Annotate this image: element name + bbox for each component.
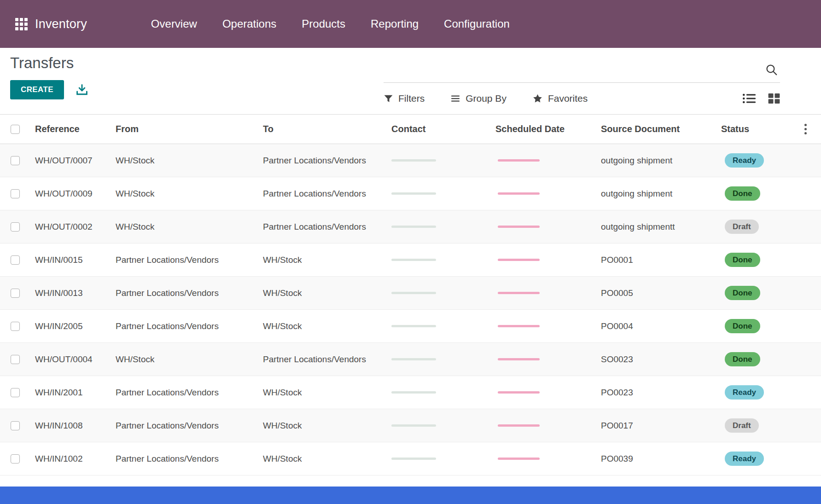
menu-overview[interactable]: Overview [151, 17, 197, 30]
star-icon [532, 93, 543, 104]
row-checkbox[interactable] [11, 189, 20, 198]
to-cell: Partner Locations/Vendors [263, 210, 391, 243]
row-checkbox[interactable] [11, 388, 20, 397]
table-row[interactable]: WH/IN/2005 Partner Locations/Vendors WH/… [0, 310, 821, 343]
reference-cell: WH/IN/0013 [35, 277, 116, 310]
group-by-button[interactable]: Group By [450, 93, 507, 104]
filters-button[interactable]: Filters [384, 93, 425, 104]
kanban-view-button[interactable] [768, 93, 780, 104]
menu-products[interactable]: Products [302, 17, 345, 30]
reference-cell: WH/IN/2001 [35, 376, 116, 409]
row-select-cell [0, 243, 35, 277]
contact-redacted-bar [391, 458, 436, 460]
row-checkbox[interactable] [11, 322, 20, 331]
to-cell: WH/Stock [263, 409, 391, 442]
optional-columns-icon[interactable] [798, 122, 813, 137]
menu-operations[interactable]: Operations [222, 17, 276, 30]
table-row[interactable]: WH/IN/2001 Partner Locations/Vendors WH/… [0, 376, 821, 409]
row-spacer-cell [797, 243, 821, 277]
column-header-status[interactable]: Status [721, 115, 797, 144]
row-spacer-cell [797, 310, 821, 343]
favorites-label: Favorites [548, 93, 588, 104]
status-badge: Done [725, 186, 760, 201]
table-row[interactable]: WH/IN/0015 Partner Locations/Vendors WH/… [0, 243, 821, 277]
favorites-button[interactable]: Favorites [532, 93, 588, 104]
transfer-table-body: WH/OUT/0007 WH/Stock Partner Locations/V… [0, 144, 821, 475]
contact-cell [391, 210, 495, 243]
row-spacer-cell [797, 409, 821, 442]
list-view-button[interactable] [742, 93, 756, 104]
create-button[interactable]: CREATE [10, 80, 64, 99]
table-row[interactable]: WH/OUT/0009 WH/Stock Partner Locations/V… [0, 177, 821, 210]
table-row[interactable]: WH/IN/1002 Partner Locations/Vendors WH/… [0, 442, 821, 475]
table-row[interactable]: WH/IN/0013 Partner Locations/Vendors WH/… [0, 277, 821, 310]
group-by-label: Group By [466, 93, 507, 104]
to-cell: Partner Locations/Vendors [263, 177, 391, 210]
contact-redacted-bar [391, 259, 436, 261]
top-menu: Overview Operations Products Reporting C… [151, 17, 510, 30]
column-header-from[interactable]: From [116, 115, 263, 144]
row-checkbox[interactable] [11, 454, 20, 463]
row-checkbox[interactable] [11, 421, 20, 430]
scheduled-date-redacted-bar [498, 391, 540, 394]
menu-reporting[interactable]: Reporting [371, 17, 419, 30]
contact-cell [391, 376, 495, 409]
contact-redacted-bar [391, 159, 436, 162]
brand: Inventory [15, 17, 87, 31]
search-icon[interactable] [763, 64, 780, 76]
table-header-row: Reference From To Contact Scheduled Date… [0, 115, 821, 144]
to-cell: WH/Stock [263, 243, 391, 277]
column-header-to[interactable]: To [263, 115, 391, 144]
row-checkbox[interactable] [11, 355, 20, 364]
select-all-checkbox[interactable] [11, 125, 20, 134]
top-navbar: Inventory Overview Operations Products R… [0, 0, 821, 48]
from-cell: WH/Stock [116, 177, 263, 210]
from-cell: Partner Locations/Vendors [116, 310, 263, 343]
app-name[interactable]: Inventory [35, 17, 87, 31]
reference-cell: WH/IN/2005 [35, 310, 116, 343]
contact-cell [391, 343, 495, 376]
row-select-cell [0, 442, 35, 475]
row-checkbox[interactable] [11, 156, 20, 165]
row-checkbox[interactable] [11, 255, 20, 265]
kanban-view-icon [768, 93, 780, 104]
source-document-cell: PO0039 [601, 442, 721, 475]
row-checkbox[interactable] [11, 222, 20, 232]
row-spacer-cell [797, 277, 821, 310]
column-header-scheduled-date[interactable]: Scheduled Date [495, 115, 601, 144]
status-cell: Ready [721, 442, 797, 475]
search-options-bar: Filters Group By Favorites [384, 83, 780, 114]
table-row[interactable]: WH/OUT/0007 WH/Stock Partner Locations/V… [0, 144, 821, 177]
scheduled-date-redacted-bar [498, 292, 540, 294]
row-select-cell [0, 376, 35, 409]
contact-redacted-bar [391, 292, 436, 294]
source-document-cell: PO0023 [601, 376, 721, 409]
row-select-cell [0, 210, 35, 243]
to-cell: Partner Locations/Vendors [263, 343, 391, 376]
table-row[interactable]: WH/IN/1008 Partner Locations/Vendors WH/… [0, 409, 821, 442]
reference-cell: WH/IN/1002 [35, 442, 116, 475]
export-icon[interactable] [76, 84, 88, 96]
column-header-contact[interactable]: Contact [391, 115, 495, 144]
scheduled-date-cell [495, 277, 601, 310]
row-checkbox[interactable] [11, 289, 20, 298]
table-row[interactable]: WH/OUT/0002 WH/Stock Partner Locations/V… [0, 210, 821, 243]
status-cell: Done [721, 177, 797, 210]
menu-configuration[interactable]: Configuration [444, 17, 510, 30]
column-header-source-document[interactable]: Source Document [601, 115, 721, 144]
search-input[interactable] [384, 57, 763, 82]
scheduled-date-cell [495, 210, 601, 243]
scheduled-date-cell [495, 177, 601, 210]
apps-grid-icon[interactable] [15, 18, 28, 30]
table-row[interactable]: WH/OUT/0004 WH/Stock Partner Locations/V… [0, 343, 821, 376]
status-cell: Draft [721, 210, 797, 243]
status-badge: Done [725, 253, 760, 267]
scheduled-date-redacted-bar [498, 325, 540, 327]
column-header-reference[interactable]: Reference [35, 115, 116, 144]
contact-cell [391, 442, 495, 475]
status-badge: Ready [725, 153, 764, 168]
row-spacer-cell [797, 442, 821, 475]
search-box [384, 57, 780, 83]
row-select-cell [0, 343, 35, 376]
source-document-cell: PO0017 [601, 409, 721, 442]
